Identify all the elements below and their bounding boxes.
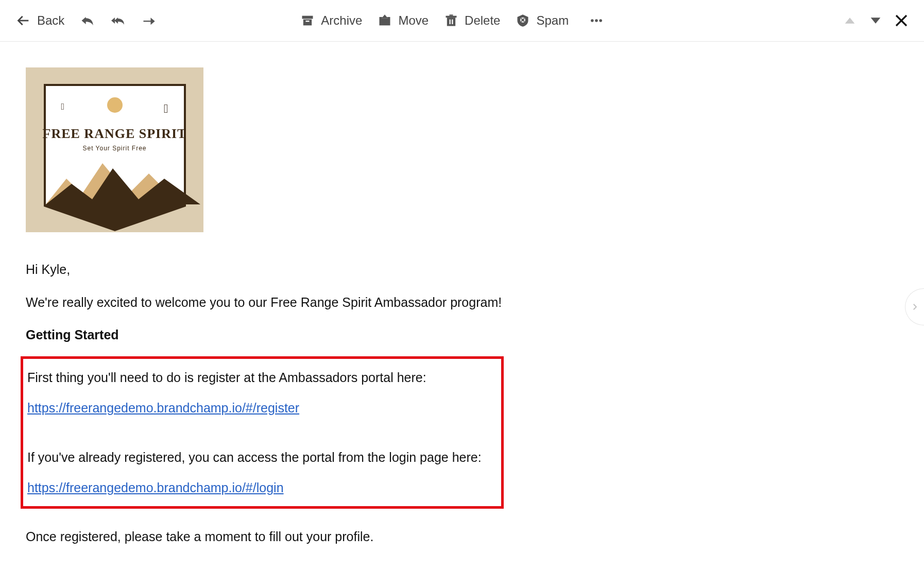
archive-button[interactable]: Archive (294, 9, 367, 32)
next-pane-handle[interactable] (905, 288, 924, 325)
svg-marker-19 (871, 18, 881, 24)
svg-rect-9 (450, 14, 453, 15)
shield-tip-icon (44, 206, 186, 231)
move-label: Move (398, 13, 429, 28)
back-button[interactable]: Back (10, 9, 70, 32)
message-nav-controls (842, 12, 910, 29)
svg-point-16 (595, 19, 598, 22)
svg-rect-1 (302, 16, 313, 19)
section-heading: Getting Started (26, 325, 592, 345)
spam-button[interactable]: Spam (509, 9, 574, 32)
reply-all-icon[interactable] (105, 9, 131, 32)
bird-icon: 𓅯 (61, 101, 65, 116)
next-message-icon[interactable] (867, 12, 884, 29)
profile-line: Once registered, please take a moment to… (26, 527, 592, 547)
register-link[interactable]: https://freerangedemo.brandchamp.io/#/re… (27, 401, 299, 415)
forward-icon[interactable] (135, 9, 162, 32)
svg-rect-4 (380, 17, 390, 25)
spam-label: Spam (536, 13, 569, 28)
mountains-icon (46, 158, 200, 204)
brand-name: FREE RANGE SPIRIT (43, 126, 187, 142)
login-link[interactable]: https://freerangedemo.brandchamp.io/#/lo… (27, 480, 284, 495)
svg-rect-10 (450, 20, 451, 24)
login-intro: If you've already registered, you can ac… (27, 448, 496, 468)
delete-button[interactable]: Delete (438, 9, 505, 32)
svg-marker-23 (46, 168, 200, 204)
svg-rect-3 (306, 21, 310, 22)
brand-logo: 𓅯 𓅮 FREE RANGE SPIRIT Set Your Spirit Fr… (26, 67, 203, 232)
archive-label: Archive (321, 13, 362, 28)
close-icon[interactable] (893, 12, 910, 29)
email-body: 𓅯 𓅮 FREE RANGE SPIRIT Set Your Spirit Fr… (0, 42, 618, 580)
svg-marker-18 (845, 18, 855, 24)
svg-marker-24 (44, 206, 186, 231)
move-icon (377, 12, 393, 29)
arrow-left-icon (15, 12, 32, 29)
shield-x-icon (515, 12, 531, 29)
svg-rect-7 (447, 18, 455, 26)
brand-tagline: Set Your Spirit Free (82, 145, 146, 152)
email-welcome-line: We're really excited to welcome you to o… (26, 293, 592, 313)
highlight-callout: First thing you'll need to do is registe… (21, 356, 504, 509)
email-toolbar: Back Archive Move Delete Spam (0, 0, 924, 42)
email-greeting: Hi Kyle, (26, 260, 592, 280)
bird-icon: 𓅮 (164, 101, 168, 116)
svg-rect-2 (303, 20, 312, 26)
svg-point-15 (591, 19, 594, 22)
move-button[interactable]: Move (371, 9, 434, 32)
delete-label: Delete (465, 13, 500, 28)
archive-icon (299, 12, 316, 29)
svg-rect-11 (452, 20, 453, 24)
trash-icon (443, 12, 459, 29)
more-icon[interactable] (583, 9, 610, 32)
back-label: Back (37, 13, 64, 28)
reply-icon[interactable] (74, 9, 100, 32)
svg-rect-8 (446, 16, 457, 18)
prev-message-icon[interactable] (842, 12, 858, 29)
svg-marker-6 (382, 14, 388, 18)
register-intro: First thing you'll need to do is registe… (27, 368, 496, 388)
svg-point-17 (600, 19, 603, 22)
